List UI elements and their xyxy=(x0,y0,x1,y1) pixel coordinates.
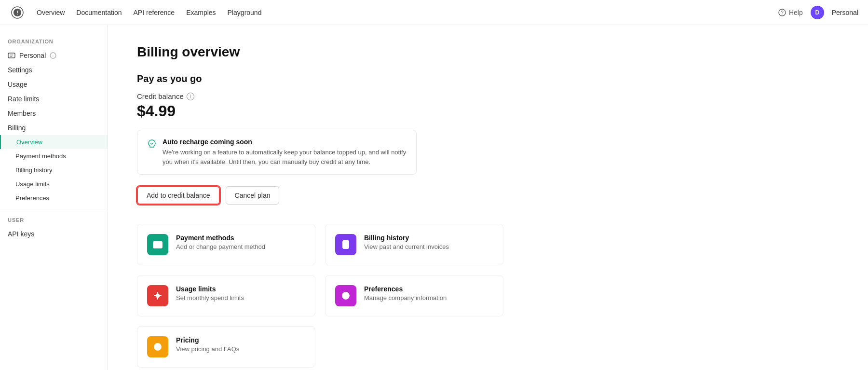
top-nav: Overview Documentation API reference Exa… xyxy=(0,0,868,25)
recharge-icon xyxy=(147,139,157,151)
cancel-plan-button[interactable]: Cancel plan xyxy=(226,186,280,205)
svg-rect-5 xyxy=(153,242,162,248)
avatar[interactable]: D xyxy=(811,6,824,19)
card-billing-history[interactable]: Billing history View past and current in… xyxy=(325,224,503,265)
logo[interactable] xyxy=(10,5,25,20)
nav-overview[interactable]: Overview xyxy=(37,9,65,16)
pricing-icon: $ xyxy=(147,336,168,357)
main-content: Billing overview Pay as you go Credit ba… xyxy=(108,25,868,370)
sidebar-item-rate-limits[interactable]: Rate limits xyxy=(0,92,108,106)
sidebar-item-overview[interactable]: Overview xyxy=(0,135,108,149)
user-section-label: USER xyxy=(0,217,108,223)
credit-balance-info-icon[interactable]: i xyxy=(187,93,194,100)
help-button[interactable]: ? Help xyxy=(778,9,803,16)
sidebar-item-personal[interactable]: Personal i xyxy=(0,48,108,63)
sidebar-item-members[interactable]: Members xyxy=(0,106,108,121)
svg-point-8 xyxy=(156,294,160,298)
top-nav-right: ? Help D Personal xyxy=(778,6,858,19)
card-pricing[interactable]: $ Pricing View pricing and FAQs xyxy=(137,326,315,368)
personal-name: Personal xyxy=(19,52,46,59)
card-desc-0: Add or change payment method xyxy=(176,243,265,250)
card-title-0: Payment methods xyxy=(176,234,265,242)
nav-playground[interactable]: Playground xyxy=(228,9,262,16)
org-icon xyxy=(8,52,15,59)
org-section-label: ORGANIZATION xyxy=(0,39,108,44)
sidebar-item-settings[interactable]: Settings xyxy=(0,63,108,77)
nav-examples[interactable]: Examples xyxy=(186,9,216,16)
page-title: Billing overview xyxy=(137,44,839,60)
notice-box: Auto recharge coming soon We're working … xyxy=(137,130,417,175)
card-preferences[interactable]: Preferences Manage company information xyxy=(325,275,503,316)
card-desc-4: View pricing and FAQs xyxy=(176,345,239,353)
sidebar-divider xyxy=(0,211,108,211)
notice-content: Auto recharge coming soon We're working … xyxy=(163,138,407,166)
card-desc-3: Manage company information xyxy=(364,294,447,301)
sidebar-item-usage-limits[interactable]: Usage limits xyxy=(0,177,108,191)
info-circle-icon: i xyxy=(50,52,56,59)
card-title-1: Billing history xyxy=(364,234,449,242)
layout: ORGANIZATION Personal i Settings Usage R… xyxy=(0,25,868,370)
payment-methods-icon xyxy=(147,234,168,255)
user-label: Personal xyxy=(832,9,858,16)
sidebar-billing-parent[interactable]: Billing xyxy=(0,121,108,135)
nav-links: Overview Documentation API reference Exa… xyxy=(37,9,778,16)
usage-limits-icon xyxy=(147,285,168,306)
card-payment-methods[interactable]: Payment methods Add or change payment me… xyxy=(137,224,315,265)
card-title-2: Usage limits xyxy=(176,285,244,293)
nav-documentation[interactable]: Documentation xyxy=(76,9,122,16)
pay-title: Pay as you go xyxy=(137,73,839,84)
credit-balance-text: Credit balance xyxy=(137,92,184,100)
preferences-icon xyxy=(335,285,356,306)
sidebar-item-usage[interactable]: Usage xyxy=(0,77,108,92)
cards-grid: Payment methods Add or change payment me… xyxy=(137,224,503,368)
notice-title: Auto recharge coming soon xyxy=(163,138,407,146)
billing-history-icon xyxy=(335,234,356,255)
sidebar-item-payment-methods[interactable]: Payment methods xyxy=(0,149,108,163)
credit-balance-label: Credit balance i xyxy=(137,92,839,100)
card-desc-2: Set monthly spend limits xyxy=(176,294,244,301)
card-desc-1: View past and current invoices xyxy=(364,243,449,250)
add-to-credit-balance-button[interactable]: Add to credit balance xyxy=(137,186,220,205)
card-text-0: Payment methods Add or change payment me… xyxy=(176,234,265,250)
card-text-1: Billing history View past and current in… xyxy=(364,234,449,250)
sidebar-item-preferences[interactable]: Preferences xyxy=(0,191,108,205)
nav-api-reference[interactable]: API reference xyxy=(134,9,175,16)
help-icon: ? xyxy=(778,9,786,16)
svg-rect-2 xyxy=(8,53,15,58)
sidebar-item-billing-history[interactable]: Billing history xyxy=(0,163,108,177)
help-label: Help xyxy=(789,9,803,16)
svg-text:$: $ xyxy=(156,345,159,350)
card-text-2: Usage limits Set monthly spend limits xyxy=(176,285,244,301)
card-title-4: Pricing xyxy=(176,336,239,344)
sidebar: ORGANIZATION Personal i Settings Usage R… xyxy=(0,25,108,370)
notice-text: We're working on a feature to automatica… xyxy=(163,148,407,166)
sidebar-item-api-keys[interactable]: API keys xyxy=(0,227,108,241)
card-title-3: Preferences xyxy=(364,285,447,293)
svg-text:i: i xyxy=(53,54,54,58)
svg-rect-7 xyxy=(343,241,349,248)
card-usage-limits[interactable]: Usage limits Set monthly spend limits xyxy=(137,275,315,316)
card-text-3: Preferences Manage company information xyxy=(364,285,447,301)
balance-amount: $4.99 xyxy=(137,102,839,120)
svg-point-6 xyxy=(155,246,156,247)
btn-row: Add to credit balance Cancel plan xyxy=(137,186,839,205)
svg-text:?: ? xyxy=(781,10,784,15)
card-text-4: Pricing View pricing and FAQs xyxy=(176,336,239,353)
